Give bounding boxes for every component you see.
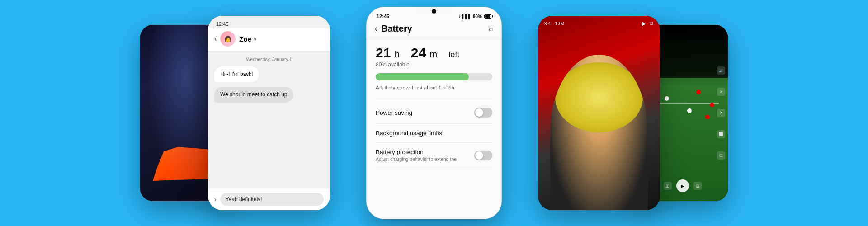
camera-icons: ▶ ⧉ [642,20,654,27]
portrait-screen: 3:4 12M ▶ ⧉ [538,16,660,210]
avatar-emoji: 👩 [224,36,231,42]
video-play-button[interactable]: ▶ [676,179,689,192]
contact-avatar: 👩 [220,31,236,47]
volume-icon[interactable]: 🔊 [717,66,725,75]
battery-status-icons: ≀ ▌▌▌ 80% [459,14,491,19]
portrait-hair [555,62,643,132]
portrait-status-bar: 3:4 12M ▶ ⧉ [538,20,660,27]
battery-content: 21 h 24 m left 80% available A full char… [367,37,501,219]
play-icon[interactable]: ▶ [642,20,646,27]
battery-full-charge-text: A full charge will last about 1 d 2 h [376,85,492,90]
player-dot [665,96,669,101]
battery-protection-sub: Adjust charging behavior to extend the [376,156,474,162]
bottom-ctrl-2[interactable]: ◱ [693,182,702,190]
player-dot [687,108,692,113]
rotate-icon[interactable]: ⟳ [717,88,725,96]
camera-dot [432,9,436,14]
chat-date: Wednesday, January 1 [214,57,324,62]
bottom-ctrl-1[interactable]: ◫ [664,182,672,190]
battery-protection-toggle[interactable] [474,151,492,160]
reply-bubble[interactable]: Yeah definitely! [220,193,324,206]
video-bottom-controls: ◫ ▶ ◱ [664,179,702,192]
divider-1 [376,98,492,98]
expand-icon[interactable]: › [214,196,217,203]
fullscreen-icon[interactable]: ⬜ [717,130,725,138]
wifi-icon: ≀ [459,14,461,19]
messaging-screen: 12:45 ‹ 👩 Zoe ∨ Wednesday, January 1 Hi~… [208,16,330,210]
background-limits-label: Background usage limits [376,130,442,137]
main-scene: 12:45 ‹ 👩 Zoe ∨ Wednesday, January 1 Hi~… [0,0,868,226]
setting-row-power-saving[interactable]: Power saving [376,102,492,124]
battery-available-text: 80% available [376,61,492,68]
contact-name[interactable]: Zoe ∨ [239,35,257,43]
setting-row-background-limits[interactable]: Background usage limits [376,124,492,143]
messaging-status-bar: 12:45 [208,16,330,28]
player-dot [696,90,701,94]
battery-protection-label: Battery protection [376,149,474,155]
message-bubble-1: Hi~! I'm back! [214,66,259,82]
battery-bar-fill [376,73,469,80]
battery-page-title: Battery [381,24,485,34]
camera-ratio: 3:4 [544,21,551,26]
power-saving-label: Power saving [376,109,412,116]
layers-icon[interactable]: ⧉ [650,20,654,27]
phone-portrait: 3:4 12M ▶ ⧉ [538,16,660,210]
pip-icon[interactable]: ◫ [717,151,725,160]
portrait-person [550,55,648,210]
camera-megapixels: 12M [555,21,564,26]
battery-screen: 12:45 ≀ ▌▌▌ 80% ‹ Battery ⌕ 21 h 24 [367,7,501,219]
player-dot [705,115,710,119]
video-time-bar: 🔊 ⟳ ✕ ⬜ ◫ [717,60,725,166]
message-bubble-2: We should meet to catch up [214,87,293,103]
battery-status-time: 12:45 [377,14,389,19]
chat-header[interactable]: ‹ 👩 Zoe ∨ [208,28,330,52]
battery-header: ‹ Battery ⌕ [367,20,501,37]
back-arrow-icon[interactable]: ‹ [214,35,217,43]
battery-time-display: 21 h 24 m left [376,45,492,61]
phone-battery: 12:45 ≀ ▌▌▌ 80% ‹ Battery ⌕ 21 h 24 [366,7,502,219]
battery-back-icon[interactable]: ‹ [375,24,377,33]
setting-row-battery-protection[interactable]: Battery protection Adjust charging behav… [376,143,492,168]
phone-notch [416,7,452,15]
close-icon[interactable]: ✕ [717,109,725,117]
phone-messaging: 12:45 ‹ 👩 Zoe ∨ Wednesday, January 1 Hi~… [208,16,330,210]
power-saving-toggle[interactable] [474,108,492,118]
battery-progress-bar [376,73,492,80]
chevron-down-icon: ∨ [253,36,257,42]
battery-search-icon[interactable]: ⌕ [489,25,493,33]
messaging-time: 12:45 [216,21,229,27]
battery-indicator-icon [484,14,491,19]
chat-body: Wednesday, January 1 Hi~! I'm back! We s… [208,52,330,188]
signal-icon: ▌▌▌ [462,14,472,19]
chat-footer[interactable]: › Yeah definitely! [208,188,330,210]
player-dot [710,103,714,107]
